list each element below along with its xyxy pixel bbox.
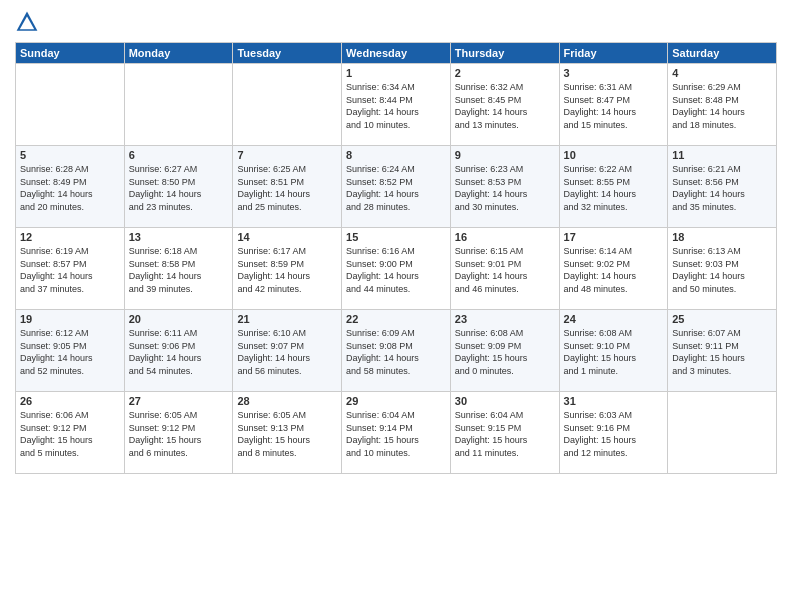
day-info: Sunrise: 6:07 AM Sunset: 9:11 PM Dayligh… [672, 327, 772, 377]
day-number: 2 [455, 67, 555, 79]
table-row: 11Sunrise: 6:21 AM Sunset: 8:56 PM Dayli… [668, 146, 777, 228]
day-info: Sunrise: 6:16 AM Sunset: 9:00 PM Dayligh… [346, 245, 446, 295]
table-row: 27Sunrise: 6:05 AM Sunset: 9:12 PM Dayli… [124, 392, 233, 474]
day-info: Sunrise: 6:18 AM Sunset: 8:58 PM Dayligh… [129, 245, 229, 295]
calendar-header-row: Sunday Monday Tuesday Wednesday Thursday… [16, 43, 777, 64]
col-monday: Monday [124, 43, 233, 64]
day-info: Sunrise: 6:29 AM Sunset: 8:48 PM Dayligh… [672, 81, 772, 131]
day-number: 6 [129, 149, 229, 161]
day-info: Sunrise: 6:32 AM Sunset: 8:45 PM Dayligh… [455, 81, 555, 131]
calendar-table: Sunday Monday Tuesday Wednesday Thursday… [15, 42, 777, 474]
table-row: 29Sunrise: 6:04 AM Sunset: 9:14 PM Dayli… [342, 392, 451, 474]
day-number: 27 [129, 395, 229, 407]
day-number: 17 [564, 231, 664, 243]
day-info: Sunrise: 6:06 AM Sunset: 9:12 PM Dayligh… [20, 409, 120, 459]
table-row: 14Sunrise: 6:17 AM Sunset: 8:59 PM Dayli… [233, 228, 342, 310]
day-number: 19 [20, 313, 120, 325]
day-info: Sunrise: 6:25 AM Sunset: 8:51 PM Dayligh… [237, 163, 337, 213]
table-row: 22Sunrise: 6:09 AM Sunset: 9:08 PM Dayli… [342, 310, 451, 392]
calendar-week-row: 12Sunrise: 6:19 AM Sunset: 8:57 PM Dayli… [16, 228, 777, 310]
day-info: Sunrise: 6:08 AM Sunset: 9:09 PM Dayligh… [455, 327, 555, 377]
day-number: 3 [564, 67, 664, 79]
day-number: 12 [20, 231, 120, 243]
header [15, 10, 777, 34]
col-saturday: Saturday [668, 43, 777, 64]
day-number: 28 [237, 395, 337, 407]
col-friday: Friday [559, 43, 668, 64]
table-row: 23Sunrise: 6:08 AM Sunset: 9:09 PM Dayli… [450, 310, 559, 392]
day-number: 16 [455, 231, 555, 243]
table-row: 16Sunrise: 6:15 AM Sunset: 9:01 PM Dayli… [450, 228, 559, 310]
table-row: 2Sunrise: 6:32 AM Sunset: 8:45 PM Daylig… [450, 64, 559, 146]
day-number: 18 [672, 231, 772, 243]
table-row: 31Sunrise: 6:03 AM Sunset: 9:16 PM Dayli… [559, 392, 668, 474]
logo [15, 10, 43, 34]
table-row: 5Sunrise: 6:28 AM Sunset: 8:49 PM Daylig… [16, 146, 125, 228]
day-info: Sunrise: 6:21 AM Sunset: 8:56 PM Dayligh… [672, 163, 772, 213]
day-info: Sunrise: 6:11 AM Sunset: 9:06 PM Dayligh… [129, 327, 229, 377]
table-row: 18Sunrise: 6:13 AM Sunset: 9:03 PM Dayli… [668, 228, 777, 310]
day-number: 21 [237, 313, 337, 325]
table-row: 12Sunrise: 6:19 AM Sunset: 8:57 PM Dayli… [16, 228, 125, 310]
day-number: 8 [346, 149, 446, 161]
day-number: 20 [129, 313, 229, 325]
table-row [233, 64, 342, 146]
table-row: 24Sunrise: 6:08 AM Sunset: 9:10 PM Dayli… [559, 310, 668, 392]
day-number: 23 [455, 313, 555, 325]
calendar-week-row: 5Sunrise: 6:28 AM Sunset: 8:49 PM Daylig… [16, 146, 777, 228]
day-number: 4 [672, 67, 772, 79]
day-number: 25 [672, 313, 772, 325]
calendar-week-row: 26Sunrise: 6:06 AM Sunset: 9:12 PM Dayli… [16, 392, 777, 474]
col-sunday: Sunday [16, 43, 125, 64]
day-number: 7 [237, 149, 337, 161]
table-row: 21Sunrise: 6:10 AM Sunset: 9:07 PM Dayli… [233, 310, 342, 392]
table-row: 19Sunrise: 6:12 AM Sunset: 9:05 PM Dayli… [16, 310, 125, 392]
day-info: Sunrise: 6:27 AM Sunset: 8:50 PM Dayligh… [129, 163, 229, 213]
day-number: 29 [346, 395, 446, 407]
day-info: Sunrise: 6:04 AM Sunset: 9:15 PM Dayligh… [455, 409, 555, 459]
day-info: Sunrise: 6:12 AM Sunset: 9:05 PM Dayligh… [20, 327, 120, 377]
day-info: Sunrise: 6:28 AM Sunset: 8:49 PM Dayligh… [20, 163, 120, 213]
table-row: 6Sunrise: 6:27 AM Sunset: 8:50 PM Daylig… [124, 146, 233, 228]
calendar-week-row: 1Sunrise: 6:34 AM Sunset: 8:44 PM Daylig… [16, 64, 777, 146]
day-info: Sunrise: 6:15 AM Sunset: 9:01 PM Dayligh… [455, 245, 555, 295]
col-tuesday: Tuesday [233, 43, 342, 64]
table-row [124, 64, 233, 146]
day-number: 22 [346, 313, 446, 325]
table-row: 20Sunrise: 6:11 AM Sunset: 9:06 PM Dayli… [124, 310, 233, 392]
col-thursday: Thursday [450, 43, 559, 64]
table-row: 7Sunrise: 6:25 AM Sunset: 8:51 PM Daylig… [233, 146, 342, 228]
day-number: 10 [564, 149, 664, 161]
day-number: 15 [346, 231, 446, 243]
day-number: 14 [237, 231, 337, 243]
day-number: 5 [20, 149, 120, 161]
day-number: 30 [455, 395, 555, 407]
day-number: 24 [564, 313, 664, 325]
table-row: 9Sunrise: 6:23 AM Sunset: 8:53 PM Daylig… [450, 146, 559, 228]
logo-icon [15, 10, 39, 34]
col-wednesday: Wednesday [342, 43, 451, 64]
day-number: 26 [20, 395, 120, 407]
page: Sunday Monday Tuesday Wednesday Thursday… [0, 0, 792, 612]
table-row: 1Sunrise: 6:34 AM Sunset: 8:44 PM Daylig… [342, 64, 451, 146]
table-row: 3Sunrise: 6:31 AM Sunset: 8:47 PM Daylig… [559, 64, 668, 146]
day-info: Sunrise: 6:05 AM Sunset: 9:12 PM Dayligh… [129, 409, 229, 459]
day-info: Sunrise: 6:22 AM Sunset: 8:55 PM Dayligh… [564, 163, 664, 213]
day-info: Sunrise: 6:14 AM Sunset: 9:02 PM Dayligh… [564, 245, 664, 295]
day-info: Sunrise: 6:04 AM Sunset: 9:14 PM Dayligh… [346, 409, 446, 459]
table-row: 30Sunrise: 6:04 AM Sunset: 9:15 PM Dayli… [450, 392, 559, 474]
day-info: Sunrise: 6:10 AM Sunset: 9:07 PM Dayligh… [237, 327, 337, 377]
day-info: Sunrise: 6:05 AM Sunset: 9:13 PM Dayligh… [237, 409, 337, 459]
day-info: Sunrise: 6:34 AM Sunset: 8:44 PM Dayligh… [346, 81, 446, 131]
day-number: 11 [672, 149, 772, 161]
table-row: 26Sunrise: 6:06 AM Sunset: 9:12 PM Dayli… [16, 392, 125, 474]
table-row: 10Sunrise: 6:22 AM Sunset: 8:55 PM Dayli… [559, 146, 668, 228]
day-number: 9 [455, 149, 555, 161]
calendar-week-row: 19Sunrise: 6:12 AM Sunset: 9:05 PM Dayli… [16, 310, 777, 392]
day-info: Sunrise: 6:17 AM Sunset: 8:59 PM Dayligh… [237, 245, 337, 295]
table-row: 4Sunrise: 6:29 AM Sunset: 8:48 PM Daylig… [668, 64, 777, 146]
table-row: 15Sunrise: 6:16 AM Sunset: 9:00 PM Dayli… [342, 228, 451, 310]
day-number: 13 [129, 231, 229, 243]
day-info: Sunrise: 6:23 AM Sunset: 8:53 PM Dayligh… [455, 163, 555, 213]
day-info: Sunrise: 6:03 AM Sunset: 9:16 PM Dayligh… [564, 409, 664, 459]
